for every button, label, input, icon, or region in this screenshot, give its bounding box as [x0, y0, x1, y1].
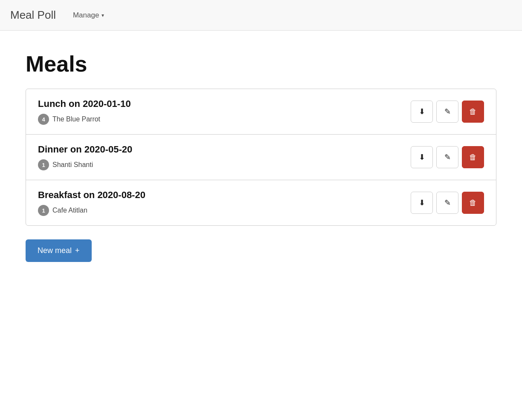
new-meal-button[interactable]: New meal +: [26, 239, 92, 262]
meal-restaurant: 1 Cafe Atitlan: [38, 205, 411, 216]
meal-row: Lunch on 2020-01-10 4 The Blue Parrot ⬇ …: [26, 89, 496, 135]
meal-actions: ⬇ ✎ 🗑: [411, 101, 484, 123]
edit-button[interactable]: ✎: [436, 101, 458, 123]
meal-info: Dinner on 2020-05-20 1 Shanti Shanti: [38, 144, 411, 170]
edit-icon: ✎: [444, 198, 451, 207]
meal-title: Breakfast on 2020-08-20: [38, 190, 411, 201]
delete-button[interactable]: 🗑: [462, 101, 484, 123]
meals-list: Lunch on 2020-01-10 4 The Blue Parrot ⬇ …: [26, 89, 496, 226]
trash-icon: 🗑: [469, 198, 477, 207]
download-button[interactable]: ⬇: [411, 192, 433, 214]
vote-badge: 1: [38, 205, 49, 216]
meal-info: Breakfast on 2020-08-20 1 Cafe Atitlan: [38, 190, 411, 216]
new-meal-label: New meal: [38, 246, 72, 255]
chevron-down-icon: ▾: [102, 12, 104, 18]
edit-button[interactable]: ✎: [436, 192, 458, 214]
manage-menu[interactable]: Manage ▾: [70, 9, 107, 22]
page-title: Meals: [26, 51, 496, 77]
main-content: Meals Lunch on 2020-01-10 4 The Blue Par…: [0, 31, 522, 282]
meal-info: Lunch on 2020-01-10 4 The Blue Parrot: [38, 98, 411, 125]
manage-label: Manage: [73, 11, 99, 20]
meal-row: Breakfast on 2020-08-20 1 Cafe Atitlan ⬇…: [26, 180, 496, 225]
meal-actions: ⬇ ✎ 🗑: [411, 192, 484, 214]
meal-restaurant: 1 Shanti Shanti: [38, 159, 411, 170]
restaurant-name: Shanti Shanti: [52, 161, 93, 169]
delete-button[interactable]: 🗑: [462, 146, 484, 168]
download-icon: ⬇: [419, 198, 425, 207]
download-button[interactable]: ⬇: [411, 146, 433, 168]
meal-actions: ⬇ ✎ 🗑: [411, 146, 484, 168]
brand-title: Meal Poll: [10, 9, 56, 22]
meal-title: Dinner on 2020-05-20: [38, 144, 411, 155]
vote-badge: 4: [38, 114, 49, 125]
edit-icon: ✎: [444, 152, 451, 162]
trash-icon: 🗑: [469, 153, 477, 162]
trash-icon: 🗑: [469, 107, 477, 116]
download-icon: ⬇: [419, 107, 425, 116]
restaurant-name: Cafe Atitlan: [52, 207, 87, 214]
restaurant-name: The Blue Parrot: [52, 115, 100, 123]
download-icon: ⬇: [419, 152, 425, 162]
edit-icon: ✎: [444, 107, 451, 116]
navbar: Meal Poll Manage ▾: [0, 0, 522, 31]
vote-badge: 1: [38, 159, 49, 170]
download-button[interactable]: ⬇: [411, 101, 433, 123]
meal-title: Lunch on 2020-01-10: [38, 98, 411, 109]
edit-button[interactable]: ✎: [436, 146, 458, 168]
meal-row: Dinner on 2020-05-20 1 Shanti Shanti ⬇ ✎…: [26, 135, 496, 180]
plus-icon: +: [75, 246, 80, 255]
delete-button[interactable]: 🗑: [462, 192, 484, 214]
meal-restaurant: 4 The Blue Parrot: [38, 114, 411, 125]
